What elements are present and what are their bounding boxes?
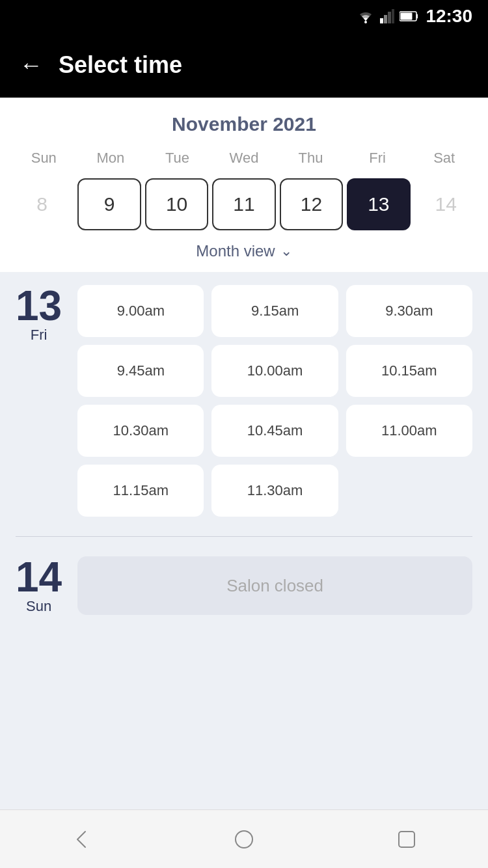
svg-rect-3 bbox=[388, 12, 391, 23]
status-bar: 12:30 bbox=[0, 0, 488, 33]
day-info-row-13: 13 Fri 9.00am 9.15am 9.30am 9.45am 10.00… bbox=[16, 285, 472, 517]
day-info-row-14: 14 Sun Salon closed bbox=[16, 556, 472, 615]
time-slot-900[interactable]: 9.00am bbox=[77, 285, 204, 337]
salon-closed-label: Salon closed bbox=[226, 576, 323, 596]
day-headers: Sun Mon Tue Wed Thu Fri Sat bbox=[10, 147, 478, 169]
recent-nav-button[interactable] bbox=[390, 823, 423, 856]
svg-rect-1 bbox=[380, 18, 383, 23]
day-cell-11[interactable]: 11 bbox=[212, 178, 275, 230]
time-slot-1030[interactable]: 10.30am bbox=[77, 405, 204, 457]
day-name-14: Sun bbox=[26, 598, 51, 615]
day-cell-8: 8 bbox=[10, 178, 74, 230]
bottom-nav bbox=[0, 809, 488, 868]
day-cell-9[interactable]: 9 bbox=[77, 178, 141, 230]
time-slot-1000[interactable]: 10.00am bbox=[211, 345, 338, 397]
battery-icon bbox=[400, 10, 419, 22]
recent-nav-icon bbox=[395, 828, 418, 851]
svg-rect-2 bbox=[384, 15, 387, 23]
day-header-sat: Sat bbox=[411, 147, 478, 169]
month-year-title: November 2021 bbox=[10, 113, 478, 135]
day-header-thu: Thu bbox=[277, 147, 344, 169]
time-slot-1015[interactable]: 10.15am bbox=[346, 345, 472, 397]
day-number-13: 13 bbox=[16, 285, 62, 327]
day-header-tue: Tue bbox=[144, 147, 211, 169]
svg-rect-6 bbox=[401, 13, 413, 20]
svg-point-0 bbox=[364, 21, 367, 23]
chevron-down-icon: ⌄ bbox=[280, 243, 292, 260]
home-nav-button[interactable] bbox=[228, 823, 260, 856]
page-title: Select time bbox=[59, 51, 182, 79]
day-number-block-13: 13 Fri bbox=[16, 285, 62, 344]
status-icons bbox=[357, 9, 419, 23]
time-grid-13: 9.00am 9.15am 9.30am 9.45am 10.00am 10.1… bbox=[77, 285, 472, 517]
month-view-toggle[interactable]: Month view ⌄ bbox=[10, 233, 478, 264]
back-nav-icon bbox=[70, 828, 93, 851]
home-nav-icon bbox=[232, 828, 256, 851]
day-cell-10[interactable]: 10 bbox=[145, 178, 208, 230]
day-number-14: 14 bbox=[16, 556, 62, 598]
back-nav-button[interactable] bbox=[65, 823, 98, 856]
signal-icon bbox=[380, 9, 394, 23]
status-time: 12:30 bbox=[426, 6, 472, 27]
month-view-label: Month view bbox=[196, 242, 275, 260]
day-header-wed: Wed bbox=[211, 147, 278, 169]
svg-rect-4 bbox=[392, 9, 394, 23]
time-slot-1115[interactable]: 11.15am bbox=[77, 465, 204, 517]
time-slot-1100[interactable]: 11.00am bbox=[346, 405, 472, 457]
back-button[interactable]: ← bbox=[20, 51, 43, 79]
svg-point-7 bbox=[236, 831, 252, 848]
day-block-13: 13 Fri 9.00am 9.15am 9.30am 9.45am 10.00… bbox=[16, 285, 472, 517]
time-slot-945[interactable]: 9.45am bbox=[77, 345, 204, 397]
day-cell-14: 14 bbox=[414, 178, 478, 230]
day-header-mon: Mon bbox=[77, 147, 144, 169]
day-cell-12[interactable]: 12 bbox=[280, 178, 343, 230]
days-row: 8 9 10 11 12 13 14 bbox=[10, 176, 478, 233]
svg-rect-8 bbox=[399, 832, 414, 847]
day-number-block-14: 14 Sun bbox=[16, 556, 62, 615]
day-header-fri: Fri bbox=[344, 147, 411, 169]
app-header: ← Select time bbox=[0, 33, 488, 98]
day-block-14: 14 Sun Salon closed bbox=[16, 536, 472, 615]
time-slot-1130[interactable]: 11.30am bbox=[211, 465, 338, 517]
day-cell-13[interactable]: 13 bbox=[347, 178, 410, 230]
day-name-13: Fri bbox=[31, 327, 47, 344]
time-slots-section: 13 Fri 9.00am 9.15am 9.30am 9.45am 10.00… bbox=[0, 272, 488, 809]
wifi-icon bbox=[357, 9, 375, 23]
day-header-sun: Sun bbox=[10, 147, 77, 169]
calendar-section: November 2021 Sun Mon Tue Wed Thu Fri Sa… bbox=[0, 98, 488, 272]
salon-closed-box: Salon closed bbox=[77, 556, 472, 615]
time-slot-1045[interactable]: 10.45am bbox=[211, 405, 338, 457]
time-slot-915[interactable]: 9.15am bbox=[211, 285, 338, 337]
time-slot-930[interactable]: 9.30am bbox=[346, 285, 472, 337]
